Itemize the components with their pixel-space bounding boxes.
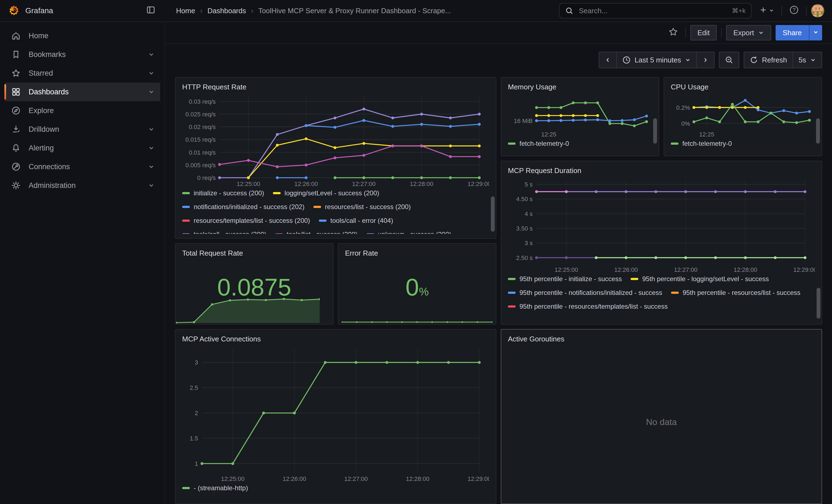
panel-title[interactable]: Memory Usage	[508, 81, 652, 93]
sidebar: Home Bookmarks Starred	[0, 22, 165, 504]
panel-cpu-usage: CPU Usage 0.2%0%12:25 fetch-telemetry-0	[664, 77, 822, 156]
legend-color-swatch	[319, 219, 327, 222]
chevron-down-icon[interactable]	[148, 70, 155, 77]
sidebar-item-home[interactable]: Home	[4, 26, 160, 45]
sidebar-item-administration[interactable]: Administration	[4, 176, 160, 195]
sidebar-item-starred[interactable]: Starred	[4, 64, 160, 82]
new-button[interactable]	[756, 3, 777, 19]
panel-title[interactable]: MCP Request Duration	[508, 164, 815, 177]
legend-item[interactable]: - (streamable-http)	[182, 482, 248, 494]
sidebar-item-drilldown[interactable]: Drilldown	[4, 120, 160, 139]
chevron-down-icon	[813, 29, 819, 37]
dashboard-content: Last 5 minutes	[165, 44, 832, 504]
panel-title[interactable]: Error Rate	[345, 247, 489, 259]
sidebar-item-bookmarks[interactable]: Bookmarks	[4, 45, 160, 64]
drilldown-icon	[11, 124, 21, 134]
chevron-down-icon[interactable]	[148, 51, 155, 58]
panel-title[interactable]: MCP Active Connections	[182, 333, 489, 345]
sidebar-item-alerting[interactable]: Alerting	[4, 139, 160, 157]
legend-color-swatch	[182, 487, 190, 489]
legend-color-swatch	[275, 233, 283, 234]
panel-title[interactable]: CPU Usage	[671, 81, 815, 93]
refresh-interval-picker[interactable]: 5s	[792, 52, 822, 68]
legend-item[interactable]: tools/list - success (200)	[275, 229, 357, 234]
legend-scrollbar[interactable]	[653, 118, 657, 143]
legend-item[interactable]: fetch-telemetry-0	[508, 138, 569, 149]
panel-title[interactable]: Active Goroutines	[508, 333, 815, 345]
legend-color-swatch	[182, 233, 190, 234]
brand-label: Grafana	[25, 6, 53, 15]
share-button-label: Share	[783, 29, 802, 37]
star-icon	[11, 68, 21, 78]
panel-error-rate: Error Rate 0%	[338, 243, 496, 325]
legend-item[interactable]: 95th percentile - notifications/initiali…	[508, 287, 662, 298]
refresh-button[interactable]: Refresh	[744, 52, 792, 68]
search-box[interactable]: ⌘+k	[559, 3, 752, 19]
chevron-down-icon[interactable]	[148, 126, 155, 133]
svg-text:12:27:00: 12:27:00	[344, 475, 368, 482]
chevron-down-icon[interactable]	[148, 182, 155, 189]
legend-item[interactable]: tools/call - success (200)	[182, 229, 266, 234]
error-rate-sparkline	[342, 317, 493, 323]
mega-menu-toggle-button[interactable]	[143, 3, 158, 19]
panel-active-goroutines: Active Goroutines No data	[501, 329, 822, 504]
svg-text:1.5: 1.5	[189, 435, 198, 442]
legend-item[interactable]: fetch-telemetry-0	[671, 138, 732, 149]
chevron-down-icon[interactable]	[148, 145, 155, 151]
legend-label: - (streamable-http)	[194, 484, 248, 492]
legend-scrollbar[interactable]	[816, 288, 821, 319]
panel-title[interactable]: Total Request Rate	[182, 247, 326, 259]
zoom-out-button[interactable]	[720, 52, 739, 68]
breadcrumb-dashboards[interactable]: Dashboards	[207, 7, 246, 15]
connections-icon	[11, 162, 21, 172]
time-shift-forward-button[interactable]	[696, 52, 714, 68]
legend-scrollbar[interactable]	[816, 118, 820, 143]
sidebar-item-explore[interactable]: Explore	[4, 101, 160, 120]
legend-scrollbar[interactable]	[491, 196, 495, 232]
chevron-down-icon[interactable]	[148, 163, 155, 170]
legend-item[interactable]: unknown - success (200)	[366, 229, 451, 234]
svg-text:2.50 s: 2.50 s	[516, 255, 532, 261]
legend-item[interactable]: initialize - success (200)	[182, 188, 264, 198]
svg-text:2: 2	[195, 409, 198, 417]
legend-item[interactable]: resources/list - success (200)	[313, 202, 411, 212]
chevron-down-icon[interactable]	[148, 88, 155, 95]
breadcrumb-home[interactable]: Home	[176, 7, 195, 15]
main-area: Edit Export Share	[165, 22, 832, 504]
top-bar: Grafana Home › Dashboards › ToolHive MCP…	[0, 0, 832, 22]
edit-button[interactable]: Edit	[690, 25, 717, 41]
panel-title[interactable]: HTTP Request Rate	[182, 81, 489, 93]
legend-item[interactable]: 95th percentile - initialize - success	[508, 273, 622, 285]
search-input[interactable]	[578, 6, 727, 16]
sidebar-item-label: Administration	[29, 181, 76, 190]
sidebar-item-connections[interactable]: Connections	[4, 157, 160, 176]
legend-label: unknown - success (200)	[378, 231, 451, 234]
dashboard-actions-bar: Edit Export Share	[165, 22, 832, 44]
top-bar-left: Grafana	[0, 3, 165, 19]
legend-item[interactable]: notifications/initialized - success (202…	[182, 202, 305, 212]
sidebar-item-dashboards[interactable]: Dashboards	[4, 82, 160, 101]
legend-item[interactable]: tools/call - error (404)	[319, 215, 393, 226]
share-menu-button[interactable]	[809, 25, 822, 41]
user-avatar[interactable]	[811, 4, 824, 17]
legend-label: initialize - success (200)	[194, 189, 264, 197]
legend-item[interactable]: resources/templates/list - success (200)	[182, 215, 310, 226]
share-button[interactable]: Share	[776, 25, 809, 41]
svg-text:12:25: 12:25	[541, 131, 556, 138]
export-button[interactable]: Export	[726, 25, 771, 41]
zoom-out-group	[719, 52, 739, 68]
brand[interactable]: Grafana	[8, 5, 53, 17]
time-shift-back-button[interactable]	[599, 52, 616, 68]
help-button[interactable]: ?	[786, 3, 802, 19]
grid-right-column: Memory Usage 16 MiB12:25 fetch-telemetry…	[501, 77, 822, 504]
legend-item[interactable]: 95th percentile - logging/setLevel - suc…	[631, 273, 769, 285]
svg-text:12:25:00: 12:25:00	[221, 475, 244, 482]
svg-text:0%: 0%	[681, 120, 690, 127]
sidebar-item-label: Starred	[29, 69, 53, 78]
favorite-button[interactable]	[666, 25, 681, 41]
chevron-down-icon	[685, 57, 691, 63]
time-range-picker[interactable]: Last 5 minutes	[616, 52, 696, 68]
legend-item[interactable]: 95th percentile - resources/templates/li…	[508, 301, 668, 312]
legend-item[interactable]: logging/setLevel - success (200)	[273, 188, 379, 198]
legend-item[interactable]: 95th percentile - resources/list - succe…	[671, 287, 800, 298]
